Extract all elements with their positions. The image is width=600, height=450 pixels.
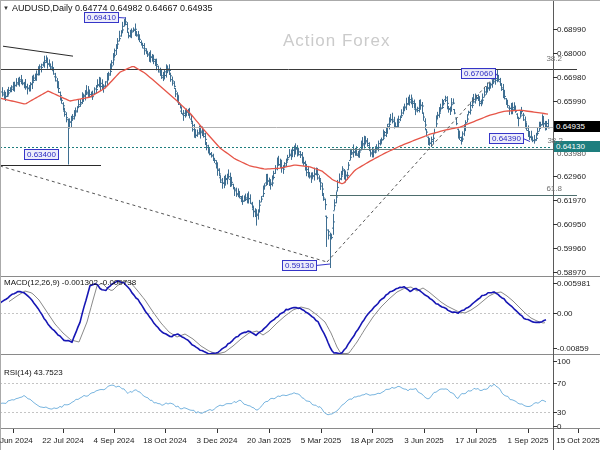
symbol-dropdown-icon[interactable]: ▼	[3, 3, 9, 13]
macd-axis-label: 0.00	[557, 309, 573, 318]
macd-axis-label: 0.005981	[557, 279, 590, 288]
price-callout-label[interactable]: 0.69410	[84, 12, 119, 23]
price-axis-label: 0.58970	[557, 268, 586, 277]
rsi-indicator-label: RSI(14) 43.7523	[4, 368, 63, 377]
price-axis-label: 0.68990	[557, 25, 586, 34]
date-axis-label: 18 Apr 2025	[342, 436, 402, 445]
fib-level-label: 38.2	[547, 136, 563, 145]
date-axis-label: 15 Oct 2025	[548, 436, 600, 445]
fib-level-label: 38.2	[546, 54, 562, 63]
macd-indicator-label: MACD(12,26,9) -0.001302 -0.000738	[4, 278, 136, 287]
date-axis-label: 3 Jun 2025	[394, 436, 454, 445]
rsi-axis-label: 30	[557, 408, 566, 417]
price-callout-label[interactable]: 0.59130	[282, 260, 317, 271]
price-callout-label[interactable]: 0.64390	[489, 133, 524, 144]
mt4-chart-window: Action Forex ▼AUDUSD,Daily 0.64774 0.649…	[0, 0, 600, 450]
date-axis-label: 17 Jul 2025	[446, 436, 506, 445]
axis-price-tag: 0.64935	[554, 121, 600, 132]
price-axis-label: 0.65990	[557, 97, 586, 106]
rsi-axis-label: 0	[557, 422, 561, 431]
symbol-period-title: AUDUSD,Daily	[12, 3, 73, 13]
price-callout-label[interactable]: 0.63400	[24, 149, 59, 160]
date-axis-label: 20 Jan 2025	[239, 436, 299, 445]
price-axis-label: 0.59960	[557, 244, 586, 253]
chart-canvas[interactable]	[0, 0, 600, 450]
rsi-axis-label: 100	[557, 357, 570, 366]
fib-level-label: 61.8	[546, 184, 562, 193]
price-axis-label: 0.60950	[557, 220, 586, 229]
price-axis-label: 0.61970	[557, 196, 586, 205]
macd-axis-label: -0.00859	[557, 344, 589, 353]
price-callout-label[interactable]: 0.67060	[461, 68, 496, 79]
watermark: Action Forex	[283, 31, 390, 51]
rsi-axis-label: 70	[557, 379, 566, 388]
date-axis-label: 18 Oct 2024	[135, 436, 195, 445]
price-axis-label: 0.62960	[557, 172, 586, 181]
price-axis-label: 0.66980	[557, 73, 586, 82]
date-axis-label: 3 Dec 2024	[187, 436, 247, 445]
